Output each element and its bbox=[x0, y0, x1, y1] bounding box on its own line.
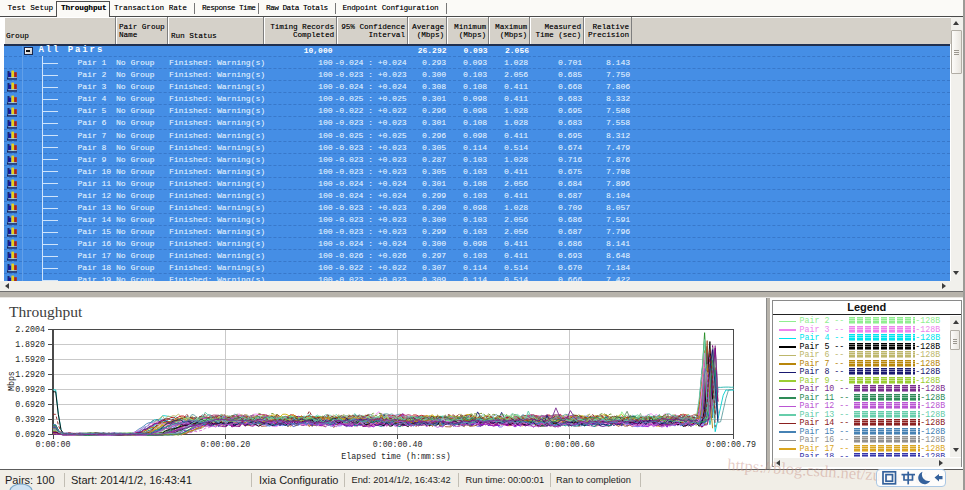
svg-text:0:00:00.79: 0:00:00.79 bbox=[706, 439, 756, 448]
svg-text:0:00:00.40: 0:00:00.40 bbox=[373, 439, 423, 448]
svg-text:Mbps: Mbps bbox=[7, 371, 16, 391]
svg-text:0.9920: 0.9920 bbox=[15, 385, 45, 394]
svg-text:1.2920: 1.2920 bbox=[15, 370, 45, 379]
svg-text:Elapsed time (h:mm:ss): Elapsed time (h:mm:ss) bbox=[341, 451, 451, 460]
svg-text:0:00:00: 0:00:00 bbox=[36, 439, 71, 448]
svg-text:0.6920: 0.6920 bbox=[15, 400, 45, 409]
svg-text:0:00:00.60: 0:00:00.60 bbox=[545, 439, 595, 448]
svg-text:2.2004: 2.2004 bbox=[15, 325, 45, 334]
svg-text:0.3920: 0.3920 bbox=[15, 415, 45, 424]
svg-text:0:00:00.20: 0:00:00.20 bbox=[200, 439, 250, 448]
svg-text:1.5920: 1.5920 bbox=[15, 355, 45, 364]
svg-text:0.0920: 0.0920 bbox=[15, 430, 45, 439]
svg-text:1.8920: 1.8920 bbox=[15, 340, 45, 349]
